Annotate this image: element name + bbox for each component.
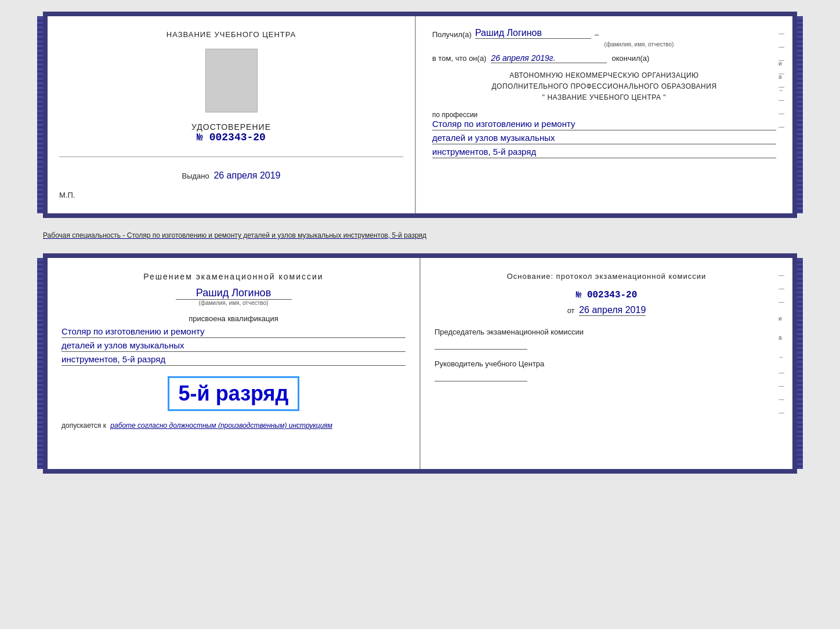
prof-line1: Столяр по изготовлению и ремонту xyxy=(432,119,776,130)
cert-number: № 002343-20 xyxy=(59,132,403,143)
profession-label: по профессии xyxy=(432,111,776,119)
prof-line2: деталей и узлов музыкальных xyxy=(432,133,776,144)
qualification-label: присвоена квалификация xyxy=(61,314,405,323)
issued-date: 26 апреля 2019 xyxy=(213,170,280,180)
decision-title: Решением экаменационной комиссии xyxy=(61,272,405,281)
cert-number-value: 002343-20 xyxy=(209,132,266,143)
mp-label: М.П. xyxy=(59,191,75,199)
chairman-label: Председатель экзаменационной комиссии xyxy=(435,327,779,337)
center-title-top: НАЗВАНИЕ УЧЕБНОГО ЦЕНТРА xyxy=(166,30,296,39)
in-that-label: в том, что он(а) xyxy=(432,54,486,63)
qual-line2: деталей и узлов музыкальных xyxy=(61,340,405,352)
name-sublabel: (фамилия, имя, отчество) xyxy=(502,41,776,48)
date-prefix: от xyxy=(567,306,575,315)
bottom-right-half: Основание: протокол экзаменационной коми… xyxy=(421,258,792,469)
bottom-left-half: Решением экаменационной комиссии Рашид Л… xyxy=(48,258,421,469)
chairman-sig-line xyxy=(435,349,527,350)
number-value: 002343-20 xyxy=(587,290,637,300)
basis-date-value: 26 апреля 2019 xyxy=(579,305,646,316)
prof-line3: инструментов, 5-й разряд xyxy=(432,147,776,158)
org-line1: АВТОНОМНУЮ НЕКОММЕРЧЕСКУЮ ОРГАНИЗАЦИЮ xyxy=(432,70,776,81)
cert-number-prefix: № xyxy=(197,132,203,143)
dash: – xyxy=(595,30,599,39)
separator xyxy=(59,157,403,157)
issued-line: Выдано 26 апреля 2019 xyxy=(182,170,281,181)
basis-date: от 26 апреля 2019 xyxy=(435,305,779,315)
director-block: Руководитель учебного Центра xyxy=(435,359,779,381)
org-line3: " НАЗВАНИЕ УЧЕБНОГО ЦЕНТРА " xyxy=(432,92,776,103)
between-docs-text: Рабочая специальность - Столяр по изгото… xyxy=(43,227,797,244)
bottom-name: Рашид Логинов xyxy=(176,287,292,300)
qual-line3: инструментов, 5-й разряд xyxy=(61,354,405,366)
recipient-name: Рашид Логинов xyxy=(475,28,591,39)
allowed-handwritten: работе согласно должностным (производств… xyxy=(110,421,332,430)
allowed-label: допускается к xyxy=(61,421,106,430)
top-left-half: НАЗВАНИЕ УЧЕБНОГО ЦЕНТРА УДОСТОВЕРЕНИЕ №… xyxy=(48,16,416,213)
top-document-pair: НАЗВАНИЕ УЧЕБНОГО ЦЕНТРА УДОСТОВЕРЕНИЕ №… xyxy=(43,12,797,218)
rank-badge: 5-й разряд xyxy=(168,376,300,411)
top-right-half: Получил(а) Рашид Логинов – (фамилия, имя… xyxy=(416,16,792,213)
basis-number: № 002343-20 xyxy=(435,290,779,300)
director-sig-line xyxy=(435,381,527,381)
recipient-line: Получил(а) Рашид Логинов – xyxy=(432,28,776,39)
received-label: Получил(а) xyxy=(432,30,472,39)
allowed-line: допускается к работе согласно должностны… xyxy=(61,421,405,430)
bottom-document-pair: Решением экаменационной комиссии Рашид Л… xyxy=(43,253,797,474)
chairman-block: Председатель экзаменационной комиссии xyxy=(435,327,779,350)
org-line2: ДОПОЛНИТЕЛЬНОГО ПРОФЕССИОНАЛЬНОГО ОБРАЗО… xyxy=(432,81,776,92)
between-text-main: Рабочая специальность - Столяр по изгото… xyxy=(43,231,426,239)
photo-placeholder xyxy=(205,49,258,112)
org-block: АВТОНОМНУЮ НЕКОММЕРЧЕСКУЮ ОРГАНИЗАЦИЮ ДО… xyxy=(432,70,776,104)
basis-label: Основание: протокол экзаменационной коми… xyxy=(435,272,779,281)
cert-label: УДОСТОВЕРЕНИЕ xyxy=(59,122,403,132)
number-prefix: № xyxy=(576,290,582,300)
director-label: Руководитель учебного Центра xyxy=(435,359,779,369)
qual-line1: Столяр по изготовлению и ремонту xyxy=(61,326,405,338)
bottom-name-block: Рашид Логинов (фамилия, имя, отчество) xyxy=(61,287,405,306)
completed-date: 26 апреля 2019г. xyxy=(491,53,607,63)
completed-label: окончил(а) xyxy=(611,54,649,63)
issued-label: Выдано xyxy=(182,172,209,180)
bottom-name-sub: (фамилия, имя, отчество) xyxy=(61,300,405,306)
